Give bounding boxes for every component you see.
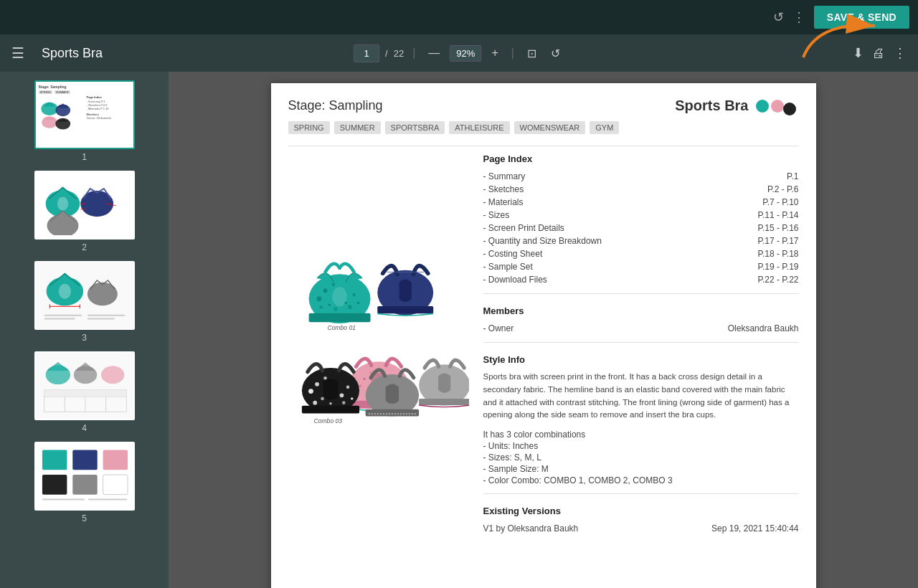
svg-rect-18	[44, 315, 82, 316]
detail-sizes: - Sizes: S, M, L	[483, 452, 799, 463]
tag-sportsbra: SPORTSBRA	[385, 121, 445, 134]
svg-rect-30	[44, 390, 126, 397]
svg-point-75	[342, 401, 346, 404]
version-row-1: V1 by Oleksandra Baukh Sep 19, 2021 15:4…	[483, 522, 799, 535]
svg-point-48	[352, 293, 356, 297]
header-right-icons: ⬇ 🖨 ⋮	[853, 45, 907, 61]
color-combos-text: It has 3 color combinations	[483, 429, 799, 440]
header-bar: ☰ Sports Bra / 22 | — 92% + | ⊡ ↺ ⬇ 🖨 ⋮	[0, 34, 918, 72]
hamburger-icon[interactable]: ☰	[11, 44, 24, 62]
svg-rect-37	[42, 499, 84, 501]
thumbnail-label-1: 1	[82, 152, 87, 162]
svg-point-45	[319, 305, 323, 309]
svg-point-71	[313, 401, 317, 405]
top-bar: ↺ ⋮ SAVE & SEND	[0, 0, 918, 34]
document-title: Sports Bra	[42, 46, 103, 61]
print-icon[interactable]: 🖨	[872, 46, 885, 61]
svg-point-46	[333, 307, 338, 311]
thumbnail-5[interactable]: 5	[6, 442, 163, 523]
version-date: Sep 19, 2021 15:40:44	[711, 523, 798, 534]
svg-point-50	[356, 302, 359, 304]
member-owner-row: - Owner Oleksandra Baukh	[483, 322, 799, 335]
index-row-sizes: - Sizes P.11 - P.14	[483, 209, 799, 222]
refresh-icon[interactable]: ↺	[773, 9, 784, 25]
svg-point-72	[329, 402, 331, 404]
svg-point-74	[346, 386, 349, 389]
index-row-costing: - Costing Sheet P.18 - P.18	[483, 247, 799, 260]
thumbnail-label-4: 4	[82, 423, 87, 433]
download-icon[interactable]: ⬇	[853, 45, 863, 61]
svg-point-67	[315, 382, 319, 387]
page-divider: /	[385, 48, 388, 59]
thumbnail-1[interactable]: Stage: Sampling SPRING SUMMER	[6, 80, 163, 162]
svg-text:Combo 03: Combo 03	[313, 417, 342, 425]
style-info-title: Style Info	[483, 354, 799, 365]
tag-gym: GYM	[590, 121, 619, 134]
more-header-icon[interactable]: ⋮	[894, 45, 907, 61]
svg-rect-64	[419, 399, 469, 405]
svg-point-47	[344, 302, 346, 304]
svg-rect-36	[103, 475, 127, 495]
versions-section: Existing Versions V1 by Oleksandra Baukh…	[483, 506, 799, 535]
stage-title: Stage: Sampling	[288, 98, 383, 113]
svg-rect-19	[44, 318, 75, 320]
index-row-materials: - Materials P.7 - P.10	[483, 196, 799, 209]
svg-point-6	[57, 197, 67, 211]
page-two-col: Combo 01	[288, 153, 799, 535]
svg-rect-53	[377, 306, 433, 313]
zoom-in-button[interactable]: +	[487, 44, 502, 62]
svg-rect-20	[87, 315, 125, 316]
index-row-screen-print: - Screen Print Details P.15 - P.16	[483, 222, 799, 234]
style-info-section: Style Info Sports bra with screen print …	[483, 354, 799, 486]
versions-title: Existing Versions	[483, 506, 799, 516]
doc-header-right: Sports Bra	[675, 98, 798, 114]
page-number-input[interactable]	[354, 44, 379, 62]
svg-point-57	[369, 372, 371, 374]
thumbnail-label-3: 3	[82, 333, 87, 343]
svg-point-56	[363, 378, 365, 380]
thumbnail-4[interactable]: 4	[6, 351, 163, 433]
doc-header-title: Sports Bra	[675, 98, 748, 114]
detail-units: - Units: Inches	[483, 440, 799, 452]
svg-point-43	[316, 296, 321, 301]
thumbnail-label-5: 5	[82, 513, 87, 523]
svg-rect-21	[87, 318, 114, 320]
tag-spring: SPRING	[288, 121, 330, 134]
thumbnail-2[interactable]: 2	[6, 171, 163, 252]
svg-point-69	[308, 389, 313, 394]
stage-header: Stage: Sampling Sports Bra	[288, 98, 799, 114]
svg-rect-51	[308, 313, 370, 323]
svg-rect-31	[42, 450, 66, 470]
svg-point-42	[331, 283, 335, 286]
save-send-button[interactable]: SAVE & SEND	[814, 6, 909, 29]
svg-point-68	[323, 376, 327, 380]
svg-rect-33	[103, 450, 127, 470]
document-page: Stage: Sampling Sports Bra SPRING SUMMER	[271, 83, 816, 588]
page-index-title: Page Index	[483, 153, 799, 164]
history-button[interactable]: ↺	[546, 44, 564, 63]
bra-illustrations: Combo 01	[288, 153, 469, 526]
page-index-table: - Summary P.1 - Sketches P.2 - P.6 - Mat…	[483, 170, 799, 286]
doc-logo-area	[756, 100, 799, 113]
fit-page-button[interactable]: ⊡	[523, 44, 541, 63]
detail-sample-size: - Sample Size: M	[483, 463, 799, 475]
sidebar: Stage: Sampling SPRING SUMMER	[0, 72, 169, 588]
thumbnail-label-2: 2	[82, 242, 87, 252]
index-row-download: - Download Files P.22 - P.22	[483, 273, 799, 286]
logo-swatch-dark	[783, 103, 796, 115]
svg-rect-77	[301, 406, 359, 414]
page-navigation: / 22 | — 92% + | ⊡ ↺	[354, 44, 564, 63]
members-section: Members - Owner Oleksandra Baukh	[483, 305, 799, 335]
svg-rect-35	[72, 475, 97, 495]
page-divider-top	[288, 146, 799, 146]
style-info-description: Sports bra with screen print in the fron…	[483, 371, 799, 422]
thumbnail-3[interactable]: 3	[6, 261, 163, 343]
detail-color-combo: - Color Combo: COMBO 1, COMBO 2, COMBO 3	[483, 475, 799, 486]
main-content: Stage: Sampling SPRING SUMMER	[0, 72, 918, 588]
zoom-out-button[interactable]: —	[424, 44, 444, 62]
more-options-icon[interactable]: ⋮	[792, 9, 805, 25]
index-row-sketches: - Sketches P.2 - P.6	[483, 183, 799, 196]
separator-1: |	[412, 47, 415, 60]
svg-point-17	[87, 283, 117, 305]
svg-point-70	[321, 397, 324, 401]
